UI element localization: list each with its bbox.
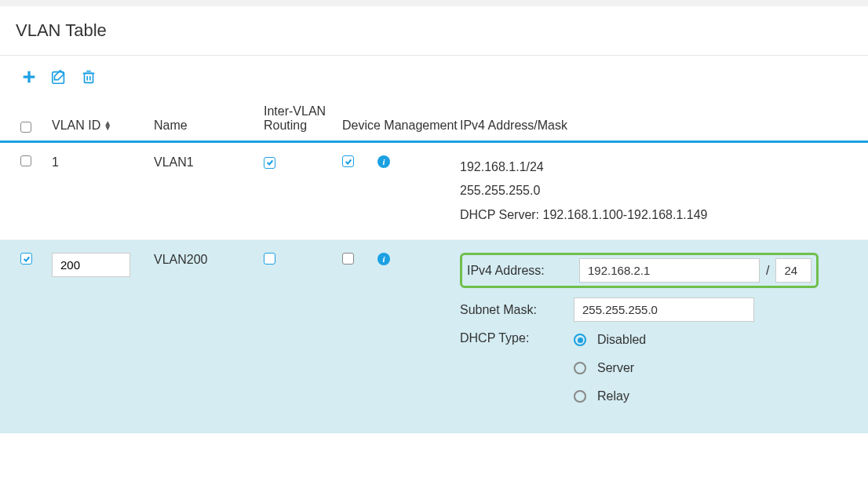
table-header-row: VLAN ID ▲▼ Name Inter-VLAN Routing Devic… xyxy=(0,93,868,143)
cidr-slash: / xyxy=(766,264,769,278)
ipv4-addr-line: 192.168.1.1/24 xyxy=(460,155,852,179)
dhcp-type-label: DHCP Type: xyxy=(460,331,566,345)
info-icon[interactable]: i xyxy=(377,155,390,168)
vlan-name-cell: VLAN200 xyxy=(154,253,264,267)
select-all-checkbox[interactable] xyxy=(20,122,31,133)
edit-icon[interactable] xyxy=(50,68,67,86)
device-management-checkbox[interactable] xyxy=(342,155,354,167)
sort-icon: ▲▼ xyxy=(104,121,111,130)
col-header-ipv4[interactable]: IPv4 Address/Mask xyxy=(460,119,852,133)
dhcp-radio-relay[interactable]: Relay xyxy=(574,389,646,403)
ipv4-edit-form: IPv4 Address: / Subnet Mask: DHCP Type: … xyxy=(460,253,852,413)
dhcp-radio-server[interactable]: Server xyxy=(574,361,646,375)
ipv4-address-input[interactable] xyxy=(579,258,760,283)
dhcp-type-radio-group: Disabled Server Relay xyxy=(574,331,646,403)
subnet-mask-label: Subnet Mask: xyxy=(460,303,566,317)
radio-icon xyxy=(574,334,586,346)
radio-label: Server xyxy=(597,361,634,375)
inter-vlan-routing-checkbox[interactable] xyxy=(264,157,275,169)
row-checkbox[interactable] xyxy=(20,155,31,166)
vlan-id-cell: 1 xyxy=(52,155,154,170)
cidr-input[interactable] xyxy=(775,258,811,283)
radio-label: Disabled xyxy=(597,333,646,347)
dhcp-radio-disabled[interactable]: Disabled xyxy=(574,333,646,347)
delete-icon[interactable] xyxy=(80,68,97,86)
row-checkbox[interactable] xyxy=(20,253,32,265)
ipv4-mask-line: 255.255.255.0 xyxy=(460,179,852,203)
vlan-name-cell: VLAN1 xyxy=(154,155,264,170)
col-header-name[interactable]: Name xyxy=(154,119,264,133)
radio-icon xyxy=(574,362,586,374)
subnet-mask-input[interactable] xyxy=(574,297,754,322)
ipv4-address-label: IPv4 Address: xyxy=(467,264,573,278)
table-row: 1 VLAN1 i 192.168.1.1/24 255.255.255.0 D… xyxy=(0,143,868,240)
info-icon[interactable]: i xyxy=(377,253,390,265)
col-header-inter-vlan-routing[interactable]: Inter-VLAN Routing xyxy=(264,104,342,133)
add-icon[interactable] xyxy=(20,68,38,86)
table-row: VLAN200 i IPv4 Address: / Subnet Mask: xyxy=(0,240,868,433)
radio-icon xyxy=(574,390,586,403)
vlan-table: VLAN ID ▲▼ Name Inter-VLAN Routing Devic… xyxy=(0,93,868,433)
vlan-id-input[interactable] xyxy=(52,253,130,277)
inter-vlan-routing-checkbox[interactable] xyxy=(264,253,275,265)
svg-rect-3 xyxy=(85,73,93,82)
radio-label: Relay xyxy=(597,389,629,403)
col-header-device-management[interactable]: Device Management xyxy=(342,119,460,133)
col-header-vlan-id-label: VLAN ID xyxy=(52,119,100,133)
action-bar xyxy=(0,56,868,93)
ipv4-dhcp-line: DHCP Server: 192.168.1.100-192.168.1.149 xyxy=(460,203,852,227)
ipv4-highlight: IPv4 Address: / xyxy=(460,253,819,288)
page-title: VLAN Table xyxy=(16,20,852,41)
col-header-vlan-id[interactable]: VLAN ID ▲▼ xyxy=(52,119,154,133)
ipv4-cell: 192.168.1.1/24 255.255.255.0 DHCP Server… xyxy=(460,155,852,227)
device-management-checkbox[interactable] xyxy=(342,253,354,265)
